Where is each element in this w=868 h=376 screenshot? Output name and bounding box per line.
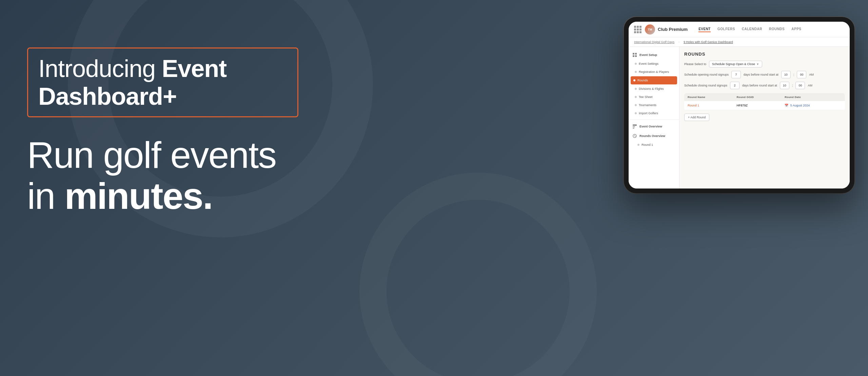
rounds-overview-icon <box>632 133 637 139</box>
sidebar-dot <box>637 144 639 146</box>
rounds-label: Rounds <box>637 79 648 82</box>
opening-min-input[interactable]: 00 <box>797 71 806 78</box>
overview-icon <box>632 124 637 129</box>
grid-small-icon <box>632 52 637 58</box>
nav-logo[interactable]: TM Club Premium <box>645 24 688 35</box>
round1-sidebar-label: Round 1 <box>642 143 653 146</box>
opening-ampm: AM <box>809 73 814 76</box>
opening-days-value: 7 <box>735 73 737 76</box>
tagline-line2: in minutes. <box>27 175 298 216</box>
opening-hour-input[interactable]: 10 <box>781 71 791 78</box>
tagline-bold: minutes. <box>64 175 212 217</box>
round-date-value: 5 August 2024 <box>790 104 810 107</box>
logo-name: Club Premium <box>658 27 688 32</box>
intro-normal: Introducing <box>38 55 162 82</box>
svg-rect-4 <box>633 124 637 126</box>
closing-hour-value: 10 <box>783 84 786 87</box>
top-nav: TM Club Premium EVENT GOLFERS CALENDAR R… <box>629 22 850 37</box>
logo-circle: TM <box>645 24 655 35</box>
intro-text: Introducing Event Dashboard+ <box>38 55 226 110</box>
sidebar-dot <box>635 96 637 98</box>
col-header-round-ggid: Round GGID <box>733 93 781 101</box>
nav-item-calendar[interactable]: CALENDAR <box>742 26 762 32</box>
nav-item-rounds[interactable]: ROUNDS <box>769 26 785 32</box>
table-row: Round 1 HF879Z 📅 5 August 2024 <box>684 101 845 110</box>
closing-label: Schedule closing round signups <box>684 84 727 87</box>
closing-hour-input[interactable]: 10 <box>780 82 789 89</box>
select-value: Schedule Signup Open & Close <box>712 62 755 66</box>
tagline-line1: Run golf events <box>27 134 298 175</box>
grid-icon[interactable] <box>634 26 642 33</box>
opening-signups-row: Schedule opening round signups 7 days be… <box>684 71 845 78</box>
please-select-row: Please Select to Schedule Signup Open & … <box>684 61 845 67</box>
opening-min-value: 00 <box>800 73 803 76</box>
main-area: Event Setup Event Settings Registration … <box>629 47 850 189</box>
svg-rect-0 <box>633 53 634 55</box>
rounds-overview-label: Rounds Overview <box>639 134 665 138</box>
breadcrumb-item-2[interactable]: 9 Holes with Golf Genius Dashboard <box>684 40 733 44</box>
table-header-row: Round Name Round GGID Round Date <box>684 93 845 101</box>
tablet-wrapper: TM Club Premium EVENT GOLFERS CALENDAR R… <box>624 17 854 193</box>
opening-label: Schedule opening round signups <box>684 73 729 76</box>
sidebar-item-divisions[interactable]: Divisions & Flights <box>629 85 679 93</box>
sidebar-item-registration[interactable]: Registration & Players <box>629 68 679 76</box>
closing-days-value: 2 <box>734 84 736 87</box>
closing-ampm: AM <box>808 84 812 87</box>
sidebar-item-event-settings[interactable]: Event Settings <box>629 60 679 68</box>
closing-min-value: 00 <box>798 84 802 87</box>
content-panel: ROUNDS Please Select to Schedule Signup … <box>679 47 850 189</box>
closing-signups-row: Schedule closing round signups 2 days be… <box>684 82 845 89</box>
sidebar-section-rounds-overview[interactable]: Rounds Overview <box>629 131 679 141</box>
colon-separator2: : <box>792 84 793 87</box>
please-select-label: Please Select to <box>684 62 706 66</box>
nav-item-apps[interactable]: APPS <box>791 26 801 32</box>
closing-min-input[interactable]: 00 <box>795 82 805 89</box>
closing-before-label: days before round start at <box>742 84 777 87</box>
svg-rect-6 <box>633 128 634 128</box>
registration-label: Registration & Players <box>639 70 669 74</box>
nav-items: EVENT GOLFERS CALENDAR ROUNDS APPS <box>698 26 801 32</box>
round-name-cell[interactable]: Round 1 <box>684 101 733 110</box>
sidebar-divider <box>629 119 679 120</box>
sidebar-dot-active <box>633 79 635 81</box>
col-header-round-name: Round Name <box>684 93 733 101</box>
sidebar-section-event-setup: Event Setup <box>629 50 679 60</box>
nav-item-golfers[interactable]: GOLFERS <box>717 26 735 32</box>
select-dropdown[interactable]: Schedule Signup Open & Close ▼ <box>709 61 762 67</box>
logo-initials: TM <box>648 28 652 31</box>
sidebar-item-import-golfers[interactable]: Import Golfers <box>629 109 679 117</box>
opening-before-label: days before round start at <box>744 73 778 76</box>
sidebar-item-tournaments[interactable]: Tournaments <box>629 101 679 109</box>
col-header-round-date: Round Date <box>781 93 845 101</box>
breadcrumb-item-1[interactable]: International Digital Golf Days <box>634 40 674 44</box>
round-date-cell: 📅 5 August 2024 <box>781 101 845 110</box>
add-round-button[interactable]: + Add Round <box>684 114 709 121</box>
svg-rect-5 <box>633 126 635 127</box>
closing-days-input[interactable]: 2 <box>730 82 739 89</box>
divisions-label: Divisions & Flights <box>639 87 664 91</box>
hero-section: Introducing Event Dashboard+ Run golf ev… <box>27 47 298 216</box>
tablet-screen: TM Club Premium EVENT GOLFERS CALENDAR R… <box>629 22 850 189</box>
sidebar-dot <box>635 104 637 106</box>
sidebar-item-tee-sheet[interactable]: Tee Sheet <box>629 93 679 101</box>
sidebar-item-round1[interactable]: Round 1 <box>629 141 679 149</box>
calendar-icon: 📅 <box>785 104 788 107</box>
svg-rect-2 <box>633 55 634 57</box>
tournaments-label: Tournaments <box>639 103 656 107</box>
tablet-device: TM Club Premium EVENT GOLFERS CALENDAR R… <box>624 17 854 193</box>
tagline: Run golf events in minutes. <box>27 134 298 216</box>
round-ggid-cell: HF879Z <box>733 101 781 110</box>
rounds-table: Round Name Round GGID Round Date Round 1… <box>684 93 845 110</box>
svg-rect-1 <box>635 53 637 55</box>
sidebar-section-event-overview[interactable]: Event Overview <box>629 122 679 131</box>
nav-item-event[interactable]: EVENT <box>698 26 711 32</box>
sidebar-item-rounds[interactable]: Rounds <box>631 76 677 84</box>
opening-days-input[interactable]: 7 <box>731 71 741 78</box>
sidebar: Event Setup Event Settings Registration … <box>629 47 679 189</box>
event-overview-label: Event Overview <box>639 125 662 128</box>
intro-box: Introducing Event Dashboard+ <box>27 47 298 117</box>
sidebar-dot <box>635 88 637 90</box>
sidebar-dot <box>635 112 637 114</box>
add-round-label: + Add Round <box>688 116 706 119</box>
sidebar-dot <box>635 63 637 65</box>
